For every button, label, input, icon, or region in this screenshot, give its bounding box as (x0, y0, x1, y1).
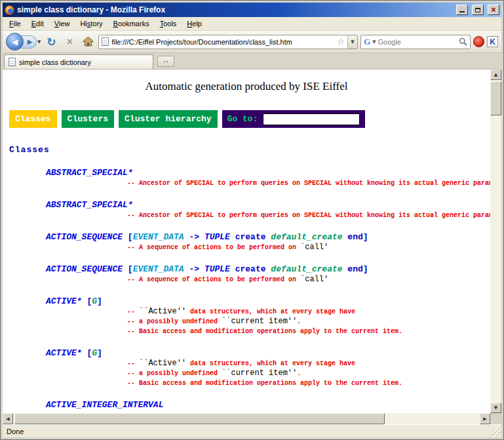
section-title-classes: Classes (9, 145, 490, 155)
class-entry-comment: -- Basic access and modification operati… (3, 327, 490, 336)
home-button[interactable] (80, 34, 96, 50)
clusters-button[interactable]: Clusters (62, 110, 114, 128)
horizontal-scrollbar-row: ◀ ▶ (3, 413, 501, 424)
close-icon: × (491, 7, 495, 13)
tab-simple-class-dictionary[interactable]: simple class dictionary (4, 54, 153, 69)
class-entry-comment: -- ``Active'' data structures, which at … (3, 359, 490, 369)
dot-icon (166, 61, 168, 62)
class-entry-name[interactable]: ACTIVE* [G] (3, 348, 490, 359)
maximize-icon (475, 8, 480, 12)
menu-history[interactable]: History (75, 18, 107, 30)
stop-button[interactable]: × (62, 34, 77, 50)
tab-label: simple class dictionary (19, 58, 149, 66)
class-entry-comment: -- a possibly undefined ``current item''… (3, 317, 490, 327)
toolbar-addon-red-icon[interactable] (473, 36, 484, 47)
history-dropdown-button[interactable]: ▼ (37, 39, 41, 45)
bookmark-star-icon[interactable]: ☆ (337, 37, 345, 47)
home-icon (83, 37, 94, 47)
stop-icon: × (67, 36, 73, 48)
title-bar: simple class dictionary - Mozilla Firefo… (3, 3, 501, 17)
page-favicon (102, 37, 109, 46)
goto-box: Go to: (222, 110, 366, 128)
url-input[interactable] (111, 38, 334, 46)
class-entry-name[interactable]: ACTION_SEQUENCE [EVENT_DATA -> TUPLE cre… (3, 264, 490, 275)
goto-label: Go to: (227, 114, 258, 124)
scroll-down-button[interactable]: ▼ (490, 403, 501, 413)
firefox-icon (5, 5, 14, 15)
reload-icon: ↻ (47, 35, 56, 49)
page-nav-row: Classes Clusters Cluster hierarchy Go to… (9, 110, 490, 128)
toolbar-addon-k-icon[interactable]: K (487, 36, 498, 47)
url-history-dropdown[interactable]: ▼ (347, 35, 357, 49)
menu-edit[interactable]: Edit (26, 18, 49, 30)
scroll-left-button[interactable]: ◀ (3, 413, 13, 424)
horizontal-scroll-thumb[interactable] (14, 413, 385, 424)
class-entry: ABSTRACT_SPECIAL*-- Ancestor of SPECIAL … (3, 200, 490, 220)
firefox-window: simple class dictionary - Mozilla Firefo… (0, 0, 504, 440)
scrollbar-corner (490, 413, 501, 424)
menu-tools[interactable]: Tools (155, 18, 182, 30)
engine-dropdown-icon[interactable]: ▼ (372, 39, 376, 45)
vertical-scrollbar[interactable]: ▲ ▼ (490, 70, 501, 413)
class-entry-comment: -- Ancestor of SPECIAL to perform querie… (3, 210, 490, 220)
tab-favicon (9, 58, 16, 66)
browser-content-area: Automatic generation produced by ISE Eif… (3, 70, 501, 413)
search-input[interactable] (378, 38, 457, 46)
class-entry-comment: -- Ancestor of SPECIAL to perform querie… (3, 178, 490, 188)
class-entry: ACTION_SEQUENCE [EVENT_DATA -> TUPLE cre… (3, 232, 490, 252)
new-tab-button[interactable] (157, 56, 174, 67)
cluster-hierarchy-button[interactable]: Cluster hierarchy (119, 110, 218, 128)
class-entry: ACTIVE* [G]-- ``Active'' data structures… (3, 296, 490, 336)
back-forward-group: ◀ ▶ ▼ (6, 33, 41, 50)
minimize-button[interactable] (456, 5, 468, 15)
status-bar: Done (3, 424, 501, 437)
navigation-toolbar: ◀ ▶ ▼ ↻ × ☆ ▼ G ▼ K (3, 31, 501, 53)
menu-view[interactable]: View (49, 18, 75, 30)
class-entry: ACTIVE_INTEGER_INTERVAL (3, 400, 490, 410)
window-title: simple class dictionary - Mozilla Firefo… (17, 5, 452, 14)
class-entry-name[interactable]: ABSTRACT_SPECIAL* (3, 168, 490, 178)
class-entry-comment: -- a possibly undefined ``current item''… (3, 369, 490, 378)
goto-input[interactable] (263, 113, 360, 125)
close-button[interactable]: × (488, 5, 499, 15)
class-entry-comment: -- A sequence of actions to be performed… (3, 275, 490, 285)
search-magnifier-icon[interactable] (459, 37, 467, 46)
scroll-right-button[interactable]: ▶ (480, 413, 490, 424)
class-entry-comment: -- A sequence of actions to be performed… (3, 243, 490, 252)
forward-icon: ▶ (28, 38, 33, 45)
vertical-scroll-track[interactable] (490, 115, 501, 403)
back-button[interactable]: ◀ (6, 33, 24, 50)
class-entry: ABSTRACT_SPECIAL*-- Ancestor of SPECIAL … (3, 168, 490, 188)
resize-grip[interactable] (492, 428, 501, 437)
tab-bar: simple class dictionary (3, 53, 501, 70)
class-entry: ACTION_SEQUENCE [EVENT_DATA -> TUPLE cre… (3, 264, 490, 285)
class-entry-name[interactable]: ABSTRACT_SPECIAL* (3, 200, 490, 210)
minimize-icon (459, 7, 465, 12)
reload-button[interactable]: ↻ (43, 34, 59, 50)
back-icon: ◀ (12, 37, 18, 47)
class-entry-comment: -- Basic access and modification operati… (3, 378, 490, 388)
scroll-up-button[interactable]: ▲ (490, 70, 501, 80)
status-text: Done (7, 428, 24, 435)
horizontal-scrollbar[interactable]: ◀ ▶ (3, 413, 490, 424)
classes-button[interactable]: Classes (9, 110, 57, 128)
class-entry-name[interactable]: ACTIVE* [G] (3, 296, 490, 307)
url-bar: ☆ ▼ (98, 35, 358, 49)
class-entries: ABSTRACT_SPECIAL*-- Ancestor of SPECIAL … (3, 168, 490, 410)
menu-bookmarks[interactable]: Bookmarks (108, 18, 155, 30)
maximize-button[interactable] (472, 5, 484, 15)
page-viewport: Automatic generation produced by ISE Eif… (3, 70, 490, 413)
menu-file[interactable]: File (4, 18, 26, 30)
menu-bar: FileEditViewHistoryBookmarksToolsHelp (3, 17, 501, 31)
horizontal-scroll-track[interactable] (385, 413, 480, 424)
vertical-scroll-thumb[interactable] (490, 81, 501, 115)
google-engine-icon[interactable]: G (364, 37, 370, 47)
class-entry-comment: -- ``Active'' data structures, which at … (3, 307, 490, 317)
class-entry: ACTIVE* [G]-- ``Active'' data structures… (3, 348, 490, 388)
class-entry-name[interactable]: ACTION_SEQUENCE [EVENT_DATA -> TUPLE cre… (3, 232, 490, 243)
menu-help[interactable]: Help (182, 18, 207, 30)
page-title: Automatic generation produced by ISE Eif… (3, 80, 490, 93)
class-entry-name[interactable]: ACTIVE_INTEGER_INTERVAL (3, 400, 490, 410)
search-box: G ▼ (360, 35, 471, 49)
dot-icon (164, 61, 165, 62)
